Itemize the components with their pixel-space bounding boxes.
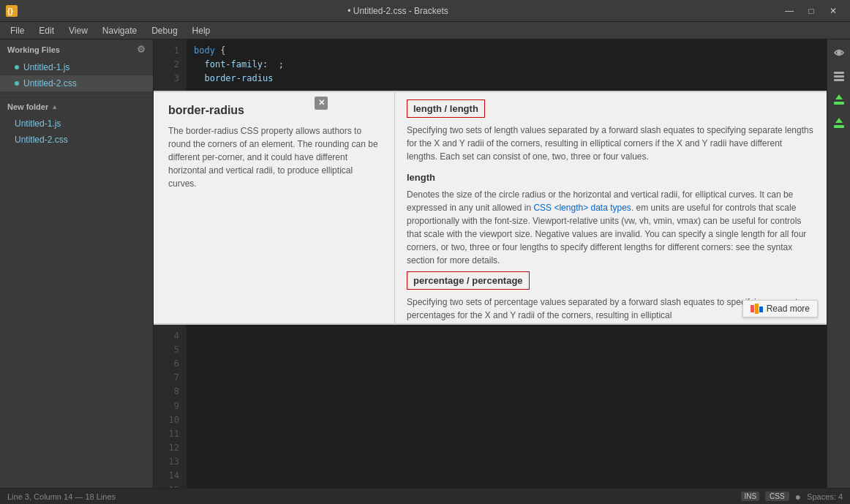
inline-doc-close-button[interactable]: ✕ [315,97,328,110]
css-length-link[interactable]: CSS <length> data types [533,203,631,213]
statusbar-right: INS CSS ● Spaces: 4 [741,491,843,503]
svg-rect-7 [834,75,844,78]
mdn-logo [751,304,764,314]
statusbar-sep: — [75,492,85,501]
statusbar-left: Line 3, Column 14 — 18 Lines [7,492,116,501]
sidebar-file-js[interactable]: Untitled-1.js [0,59,153,75]
menu-view[interactable]: View [61,22,95,40]
folder-filename-js: Untitled-1.js [15,119,61,129]
svg-rect-11 [834,125,844,128]
gear-icon[interactable]: ⚙ [137,44,146,55]
statusbar: Line 3, Column 14 — 18 Lines INS CSS ● S… [0,488,850,504]
desc-length-slash: Specifying two sets of length values sep… [407,124,815,163]
menu-help[interactable]: Help [185,22,218,40]
upload-button-2[interactable] [830,114,848,132]
dot-active-icon [15,81,19,86]
line-count: 18 Lines [85,492,116,501]
svg-text:{}: {} [7,7,13,15]
value-box-length[interactable]: length / length [407,99,485,119]
sidebar: Working Files ⚙ Untitled-1.js Untitled-2… [0,40,154,488]
minimize-button[interactable]: — [778,0,800,22]
editor-area: 1 2 3 body { font-family: ; border-radiu… [154,40,827,488]
svg-rect-6 [834,72,844,74]
folder-section: New folder ▲ Untitled-1.js Untitled-2.cs… [0,97,153,148]
property-description: The border-radius CSS property allows au… [168,124,380,190]
working-files-label: Working Files [7,45,60,54]
folder-arrow-icon: ▲ [51,103,58,110]
upload-button-1[interactable] [830,91,848,108]
sidebar-file-css[interactable]: Untitled-2.css [0,75,153,91]
working-files-header: Working Files ⚙ [0,40,153,59]
titlebar: {} • Untitled-2.css - Brackets — □ ✕ [0,0,850,22]
svg-rect-3 [755,304,759,314]
spaces-indicator[interactable]: Spaces: 4 [807,492,843,501]
dot-icon [15,65,19,69]
svg-rect-2 [751,305,754,312]
inline-doc: ✕ border-radius The border-radius CSS pr… [154,91,827,325]
folder-file-css[interactable]: Untitled-2.css [0,132,153,148]
brackets-logo: {} [6,5,18,17]
svg-rect-9 [834,102,844,105]
svg-marker-12 [835,118,843,123]
read-more-button[interactable]: Read more [742,300,818,317]
svg-rect-4 [759,306,763,312]
ins-indicator: INS [741,492,759,501]
app-icon: {} [6,5,18,17]
extension-manager-button[interactable] [830,67,848,85]
folder-filename-css: Untitled-2.css [15,135,68,145]
property-name: border-radius [168,104,380,117]
right-toolbar [827,40,850,488]
menu-file[interactable]: File [3,22,31,40]
menu-debug[interactable]: Debug [144,22,184,40]
upload-icon-2 [832,116,846,129]
code-content-bottom[interactable]: } [187,325,827,488]
window-controls: — □ ✕ [778,0,844,22]
line-numbers-bottom: 4 5 6 7 8 9 10 11 12 13 14 15 16 17 [154,325,187,488]
folder-header[interactable]: New folder ▲ [0,98,153,116]
css-indicator[interactable]: CSS [765,492,789,501]
inline-doc-right[interactable]: length / length Specifying two sets of l… [395,92,827,323]
window-title: • Untitled-2.css - Brackets [18,6,778,16]
folder-file-js[interactable]: Untitled-1.js [0,116,153,132]
code-top: 1 2 3 body { font-family: ; border-radiu… [154,40,827,91]
line-col: Line 3, Column 14 [7,492,72,501]
filename-js: Untitled-1.js [23,62,69,72]
code-bottom: 4 5 6 7 8 9 10 11 12 13 14 15 16 17 [154,325,827,488]
mdn-icon [751,304,764,314]
inline-doc-left: border-radius The border-radius CSS prop… [154,92,395,323]
upload-icon-1 [832,93,846,106]
value-box-percentage[interactable]: percentage / percentage [407,271,530,290]
filename-css: Untitled-2.css [23,78,77,89]
desc-length: Denotes the size of the circle radius or… [407,188,815,267]
encoding-circle[interactable]: ● [795,491,801,503]
read-more-label: Read more [767,304,810,314]
menubar: File Edit View Navigate Debug Help [0,22,850,40]
svg-marker-10 [835,94,843,99]
live-preview-icon [832,46,846,59]
code-content-top[interactable]: body { font-family: ; border-radius [187,40,827,91]
live-preview-button[interactable] [830,44,848,61]
line-numbers-top: 1 2 3 [154,40,187,91]
folder-label: New folder [7,102,48,111]
layers-icon [832,69,846,83]
cursor-position: Line 3, Column 14 — 18 Lines [7,492,116,501]
svg-rect-8 [834,79,844,81]
maximize-button[interactable]: □ [800,0,822,22]
menu-edit[interactable]: Edit [31,22,61,40]
close-button[interactable]: ✕ [822,0,844,22]
menu-navigate[interactable]: Navigate [95,22,144,40]
svg-point-5 [837,50,841,55]
subsection-length: length [407,170,815,185]
